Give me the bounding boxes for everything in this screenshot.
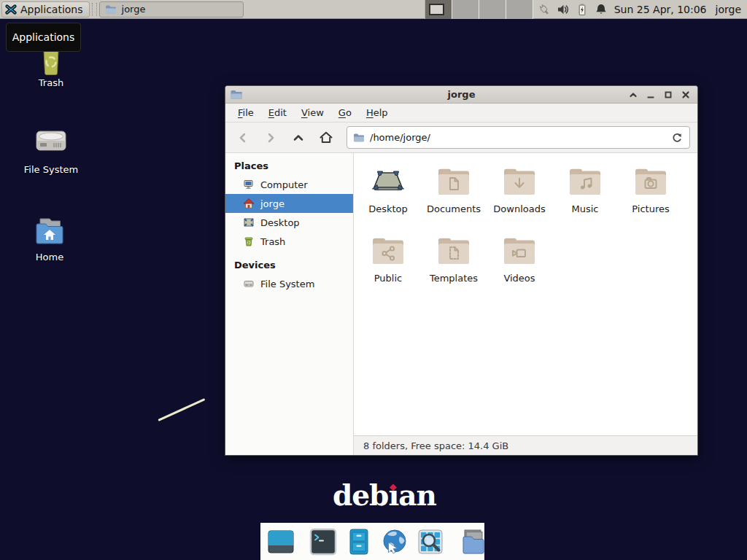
window-title: jorge: [448, 89, 476, 100]
notifications-icon[interactable]: [595, 3, 608, 16]
terminal-icon[interactable]: [309, 527, 338, 556]
sidebar-item-trash[interactable]: Trash: [225, 232, 353, 251]
menu-help[interactable]: Help: [359, 104, 395, 121]
applications-menu-label: Applications: [20, 4, 83, 15]
file-videos[interactable]: Videos: [487, 230, 552, 299]
file-downloads[interactable]: Downloads: [487, 160, 552, 230]
file-label: Desktop: [368, 203, 408, 214]
menu-edit[interactable]: Edit: [261, 104, 294, 121]
trash-icon: [243, 236, 255, 247]
folder-share-icon: [371, 234, 406, 266]
taskbar-window-button[interactable]: jorge: [99, 1, 244, 18]
sidebar-item-label: Trash: [260, 236, 285, 247]
file-label: Pictures: [632, 203, 669, 214]
top-panel: Applications jorge Sun 25 Apr, 10:06 jor…: [0, 0, 747, 19]
file-pictures[interactable]: Pictures: [618, 160, 684, 230]
main-pane: DesktopDocumentsDownloadsMusicPicturesPu…: [354, 153, 697, 455]
debian-red-diamond: [390, 484, 397, 491]
computer-icon: [243, 179, 255, 190]
home-icon: [243, 198, 255, 209]
folder-music-icon: [568, 165, 603, 197]
stray-line-artifact: [158, 398, 205, 421]
desktop-icon-label: Home: [36, 252, 63, 262]
desktop-icon: [243, 217, 255, 228]
taskbar-window-label: jorge: [122, 4, 146, 15]
sidebar-item-label: Desktop: [260, 217, 300, 228]
workspace-window-miniature: [429, 4, 444, 15]
folder-video-icon: [502, 234, 537, 266]
debian-logo: debıan: [333, 480, 436, 511]
maximize-button[interactable]: [662, 89, 674, 101]
sidebar-item-jorge[interactable]: jorge: [225, 194, 353, 213]
file-grid[interactable]: DesktopDocumentsDownloadsMusicPicturesPu…: [354, 153, 697, 435]
statusbar: 8 folders, Free space: 14.4 GiB: [354, 435, 697, 455]
file-music[interactable]: Music: [552, 160, 618, 230]
menu-view[interactable]: View: [294, 104, 331, 121]
desktop[interactable]: Applications jorge Sun 25 Apr, 10:06 jor…: [0, 0, 747, 560]
workspace-1[interactable]: [425, 0, 452, 19]
window-body: PlacesComputerjorgeDesktopTrashDevicesFi…: [225, 153, 697, 455]
forward-button[interactable]: [258, 126, 284, 149]
show-desktop-icon[interactable]: [266, 527, 295, 556]
folder-document-icon: [436, 165, 471, 197]
minimize-button[interactable]: [644, 89, 657, 101]
folder-camera-icon: [633, 165, 668, 197]
reload-icon[interactable]: [670, 131, 684, 144]
file-cabinet-icon[interactable]: [344, 527, 374, 556]
file-label: Templates: [430, 273, 478, 284]
folder-template-icon: [436, 234, 471, 266]
desktop-icon-home[interactable]: Home: [15, 214, 85, 262]
panel-username[interactable]: jorge: [716, 4, 741, 15]
path-bar[interactable]: /home/jorge/: [347, 126, 690, 149]
file-desktop[interactable]: Desktop: [355, 160, 421, 230]
file-public[interactable]: Public: [355, 230, 421, 299]
file-documents[interactable]: Documents: [421, 160, 487, 230]
panel-clock[interactable]: Sun 25 Apr, 10:06: [614, 4, 707, 15]
sidebar-item-label: File System: [260, 279, 314, 289]
menu-file[interactable]: File: [231, 104, 261, 121]
home-button[interactable]: [313, 126, 339, 149]
desktop-icon: [371, 165, 406, 197]
menu-mnemonic: F: [238, 107, 243, 118]
menu-mnemonic: H: [366, 107, 374, 118]
volume-icon[interactable]: [557, 3, 570, 16]
close-button[interactable]: [679, 89, 692, 101]
sidebar-item-computer[interactable]: Computer: [225, 175, 353, 194]
dock: [260, 523, 484, 560]
shade-button[interactable]: [627, 89, 639, 101]
file-label: Public: [374, 273, 402, 284]
taskbar-folder-icon: [105, 4, 117, 15]
file-label: Music: [572, 203, 599, 214]
applications-tooltip: Applications: [6, 23, 81, 52]
home-folder-icon: [32, 214, 67, 246]
menubar: FileEditViewGoHelp: [225, 104, 697, 122]
workspace-4[interactable]: [506, 0, 533, 19]
up-button[interactable]: [285, 126, 311, 149]
file-label: Downloads: [493, 203, 545, 214]
menu-mnemonic: E: [268, 107, 274, 118]
file-templates[interactable]: Templates: [421, 230, 487, 299]
toolbar: /home/jorge/: [225, 122, 697, 153]
desktop-icon-file-system[interactable]: File System: [16, 125, 86, 175]
drive-icon: [243, 278, 255, 289]
window-titlebar[interactable]: jorge: [225, 86, 697, 104]
window-folder-icon: [230, 88, 243, 101]
file-label: Videos: [503, 273, 535, 284]
menu-go[interactable]: Go: [331, 104, 359, 121]
battery-icon[interactable]: [576, 3, 589, 16]
hard-drive-icon: [34, 125, 69, 158]
workspace-2[interactable]: [452, 0, 479, 19]
file-label: Documents: [427, 203, 481, 214]
app-finder-icon[interactable]: [416, 527, 445, 556]
path-folder-icon: [353, 133, 365, 143]
panel-handle[interactable]: [92, 3, 97, 16]
menu-mnemonic: V: [301, 107, 308, 118]
sidebar-item-desktop[interactable]: Desktop: [225, 213, 353, 232]
workspace-3[interactable]: [479, 0, 506, 19]
plug-icon[interactable]: [538, 3, 551, 16]
back-button[interactable]: [230, 126, 256, 149]
sidebar-item-file-system[interactable]: File System: [225, 274, 353, 293]
applications-menu-button[interactable]: Applications: [1, 1, 90, 18]
file-manager-icon[interactable]: [458, 527, 487, 556]
web-browser-icon[interactable]: [380, 527, 409, 556]
